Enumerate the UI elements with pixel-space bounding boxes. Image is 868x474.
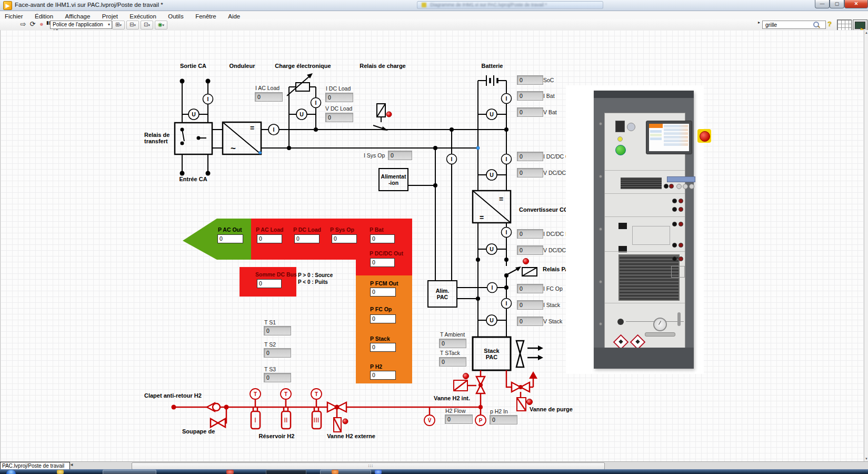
indicator-soc: 0 [517,75,543,85]
rack-h2-inlet [617,319,624,325]
font-selector[interactable]: ▾ Police de l'application 15pts [50,21,112,29]
label-i-sys-op: I Sys Op [364,152,385,159]
rack-base [594,348,694,369]
label-v-dc-load: V DC Load [325,105,352,112]
search-icon[interactable] [813,22,819,27]
menu-fichier[interactable]: Fichier [0,13,28,20]
label-vanne-int: Vanne H2 int. [434,395,470,401]
indicator-i-ac-load: 0 [255,92,283,102]
label-i-fc-op: I FC Op [543,285,563,292]
background-window-title: Diagramme de IHM1.vi sur PAC.lvproj/Post… [430,2,603,7]
rack-panel-schematic [671,266,685,278]
indicator-p-h2: 0 [370,371,396,380]
menu-outils[interactable]: Outils [163,13,188,20]
title-bar: ▶ Face-avant de IHM1.vi sur PAC.lvproj/P… [0,0,868,11]
label-i-dc-load: I DC Load [326,85,351,92]
label-t-s1: T S1 [264,319,276,325]
search-expand-icon[interactable]: ▸ [757,20,761,29]
indicator-t-s3: 0 [264,373,291,382]
label-vanne-purge: Vanne de purge [530,406,573,412]
chevron-down-icon: ▾ [108,21,110,28]
execution-target-selector[interactable]: PAC.lvproj/Poste de travail [0,462,70,470]
label-t-ambient: T Ambient [440,331,465,338]
label-p-fc-op: P FC Op [370,306,392,312]
rack-load-vents [621,177,662,189]
background-window-titlebar[interactable]: Diagramme de IHM1.vi sur PAC.lvproj/Post… [417,1,603,9]
menu-affichage[interactable]: Affichage [61,13,95,20]
windows-taskbar[interactable] [0,469,868,474]
label-t-s2: T S2 [264,341,276,348]
distribute-objects-button[interactable]: ⊟▾ [126,21,139,29]
label-sortie-ca: Sortie CA [169,63,217,69]
menu-execution[interactable]: Exécution [125,13,161,20]
rack-knob [676,184,682,189]
menu-projet[interactable]: Projet [97,13,123,20]
minimize-button[interactable]: — [815,0,830,8]
toolbar: ⇨ ⟳ ● ▮▮ ▾ Police de l'application 15pts… [0,19,868,31]
indicator-v-dc-load: 0 [325,113,353,122]
menu-aide[interactable]: Aide [223,13,245,20]
menu-bar: Fichier Édition Affichage Projet Exécuti… [0,11,868,19]
rack-jack-black [672,243,677,248]
label-p-dcdc-out: P DC/DC Out [370,250,403,256]
taskbar-icon[interactable] [226,470,234,474]
align-objects-button[interactable]: ⊞▾ [112,21,125,29]
indicator-i-fc-op: 0 [517,284,543,293]
note-source: P > 0 : Source [298,272,333,278]
resize-objects-button[interactable]: ⊡▾ [141,21,153,29]
help-icon[interactable]: ? [827,20,832,28]
label-somme-dc-bus: Somme DC Bus [255,271,297,278]
indicator-p-dc-load: 0 [294,234,320,243]
indicator-i-bat: 0 [517,91,543,101]
vertical-scrollbar[interactable]: ▲ ▼ [864,30,868,461]
rack-jack-red [679,243,683,248]
label-p-h2-in: p H2 In [490,408,508,414]
scroll-down-icon[interactable]: ▼ [864,457,868,460]
rack-knob [689,184,694,189]
label-relais-de-transfert: Relais de transfert [144,132,173,144]
rack-jack-black [672,199,677,203]
scroll-up-icon[interactable]: ▲ [864,31,868,34]
scroll-left-icon[interactable]: ◄ [69,462,74,467]
run-continuous-icon[interactable]: ⟳ [28,20,37,29]
rack-pressure-gauge [653,318,667,331]
label-vanne-externe: Vanne H2 externe [320,433,382,439]
rack-jack-red [669,184,674,189]
abort-icon[interactable]: ● [38,20,45,29]
taskbar-icon[interactable] [57,470,64,474]
reorder-button[interactable]: ◉▾ [155,21,167,29]
indicator-somme-dc-bus: 0 [257,279,282,288]
taskbar-button[interactable] [266,470,306,474]
rack-handle [645,332,675,337]
rack-panels [604,113,685,349]
taskbar-icon[interactable] [332,470,338,474]
equipment-rack-photo [566,85,704,374]
indicator-i-dc-load: 0 [325,93,353,102]
label-i-ac-load: I AC Load [255,85,280,91]
run-icon[interactable]: ⇨ [19,20,27,29]
front-panel-workspace [0,30,864,461]
indicator-h2-flow: 0 [445,414,473,424]
label-entree-ca: Entrée CA [169,176,217,182]
note-puits: P < 0 : Puits [298,279,328,285]
indicator-p-fc-op: 0 [370,314,396,323]
indicator-v-stack: 0 [517,317,543,326]
label-p-dc-load: P DC Load [293,226,321,233]
rack-rocker-switch [615,121,625,132]
taskbar-button[interactable] [103,470,156,474]
maximize-button[interactable]: ▢ [830,0,844,8]
label-p-stack: P Stack [370,335,390,342]
label-t-stack: T STack [440,350,460,356]
indicator-i-stack: 0 [517,300,543,310]
menu-edition[interactable]: Édition [30,13,58,20]
close-button[interactable]: ✕ [844,0,868,8]
taskbar-button[interactable] [320,470,371,474]
menu-fenetre[interactable]: Fenêtre [191,13,221,20]
taskbar-icon[interactable] [375,470,382,474]
rack-green-button [615,145,626,155]
label-p-h2: P H2 [370,363,382,370]
rack-yellow-led [617,136,623,142]
start-orb[interactable] [6,470,16,474]
rack-cabinet [594,91,694,369]
horizontal-scrollbar-thumb[interactable]: ⁞⁞⁞ [132,462,605,470]
